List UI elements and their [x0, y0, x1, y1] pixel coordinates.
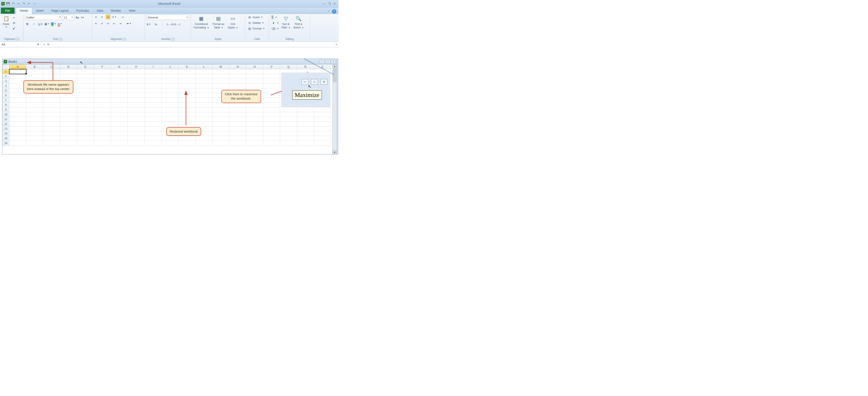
column-header[interactable]: B — [26, 64, 43, 69]
decrease-decimal-icon[interactable]: .00→.0 — [175, 22, 179, 27]
cell[interactable] — [26, 74, 43, 79]
cell[interactable] — [195, 103, 212, 108]
cell[interactable] — [9, 93, 26, 98]
cell[interactable] — [60, 131, 77, 136]
scroll-thumb[interactable] — [333, 69, 336, 82]
cell[interactable] — [94, 112, 111, 117]
cell[interactable] — [26, 141, 43, 146]
cell[interactable] — [246, 79, 263, 84]
cell[interactable] — [43, 141, 60, 146]
cell[interactable] — [111, 112, 128, 117]
cell[interactable] — [26, 136, 43, 141]
cell[interactable] — [263, 84, 280, 88]
cell[interactable] — [60, 112, 77, 117]
cell[interactable] — [229, 136, 246, 141]
sort-filter-button[interactable]: ▽ Sort & Filter ▼ — [281, 15, 291, 30]
cell[interactable] — [179, 79, 195, 84]
fill-color-icon[interactable]: 🪣▼ — [51, 22, 56, 26]
fill-button[interactable]: ⬇▼ — [271, 21, 279, 25]
cell[interactable] — [43, 74, 60, 79]
cell[interactable] — [145, 126, 162, 131]
cell[interactable] — [179, 74, 195, 79]
cell[interactable] — [212, 79, 229, 84]
conditional-formatting-button[interactable]: ▦ Conditional Formatting ▼ — [193, 15, 210, 30]
cell[interactable] — [229, 74, 246, 79]
cell[interactable] — [145, 103, 162, 108]
cell[interactable] — [60, 108, 77, 112]
cell[interactable] — [263, 74, 280, 79]
cell[interactable] — [9, 136, 26, 141]
column-header[interactable]: F — [94, 64, 111, 69]
cell[interactable] — [212, 74, 229, 79]
cell[interactable] — [77, 126, 94, 131]
cell[interactable] — [297, 112, 314, 117]
cell[interactable] — [280, 108, 297, 112]
column-header[interactable]: O — [246, 64, 263, 69]
cell[interactable] — [195, 74, 212, 79]
cell[interactable] — [145, 69, 162, 74]
row-header[interactable]: 9 — [2, 108, 9, 112]
cell[interactable] — [229, 79, 246, 84]
cell[interactable] — [77, 117, 94, 122]
cell[interactable] — [229, 112, 246, 117]
cell[interactable] — [60, 93, 77, 98]
cell[interactable] — [145, 117, 162, 122]
cell[interactable] — [162, 141, 179, 146]
help-icon[interactable]: ? — [332, 9, 336, 14]
comma-format-icon[interactable]: , — [161, 22, 165, 27]
cell[interactable] — [195, 84, 212, 88]
cell[interactable] — [77, 88, 94, 93]
cell[interactable] — [94, 122, 111, 126]
decrease-indent-icon[interactable]: ⇤ — [112, 21, 116, 26]
cell[interactable] — [229, 126, 246, 131]
format-cells-button[interactable]: ▥Format▼ — [247, 26, 265, 31]
cell[interactable] — [280, 131, 297, 136]
cell[interactable] — [111, 74, 128, 79]
cell[interactable] — [195, 69, 212, 74]
cell[interactable] — [229, 108, 246, 112]
cell[interactable] — [212, 126, 229, 131]
cell[interactable] — [26, 69, 43, 74]
clear-button[interactable]: ⌫▼ — [271, 26, 279, 31]
cell[interactable] — [9, 117, 26, 122]
minimize-ribbon-icon[interactable]: ⌃ — [327, 9, 331, 13]
cell[interactable] — [128, 117, 145, 122]
cell[interactable] — [26, 122, 43, 126]
cell[interactable] — [9, 126, 26, 131]
tab-view[interactable]: View — [125, 8, 139, 14]
name-box[interactable]: A1 ▼ — [0, 42, 41, 47]
cell[interactable] — [111, 126, 128, 131]
clipboard-launcher-icon[interactable]: ↘ — [17, 38, 19, 40]
cell[interactable] — [229, 103, 246, 108]
cell[interactable] — [314, 131, 331, 136]
cell[interactable] — [9, 112, 26, 117]
cell[interactable] — [229, 131, 246, 136]
cell[interactable] — [280, 136, 297, 141]
cell[interactable] — [263, 88, 280, 93]
merge-center-icon[interactable]: ⬌▼ — [127, 21, 131, 26]
cell[interactable] — [280, 126, 297, 131]
format-painter-icon[interactable]: 🖌 — [12, 26, 16, 30]
cell[interactable] — [246, 131, 263, 136]
cell[interactable] — [314, 122, 331, 126]
cell[interactable] — [94, 108, 111, 112]
cell[interactable] — [111, 131, 128, 136]
cell[interactable] — [43, 108, 60, 112]
cell[interactable] — [229, 69, 246, 74]
cell[interactable] — [280, 122, 297, 126]
restore-icon[interactable]: ❐ — [327, 2, 332, 5]
column-header[interactable]: G — [111, 64, 128, 69]
cell[interactable] — [145, 74, 162, 79]
cell[interactable] — [43, 117, 60, 122]
cell[interactable] — [77, 74, 94, 79]
cell[interactable] — [111, 69, 128, 74]
cell[interactable] — [94, 93, 111, 98]
font-color-icon[interactable]: A▼ — [58, 22, 62, 26]
column-header[interactable]: C — [43, 64, 60, 69]
cell[interactable] — [195, 88, 212, 93]
workbook-close-icon[interactable]: ✕ — [331, 60, 336, 63]
cell[interactable] — [77, 103, 94, 108]
row-header[interactable]: 4 — [2, 84, 9, 88]
undo-dropdown-icon[interactable]: ▼ — [17, 2, 21, 6]
cell[interactable] — [297, 141, 314, 146]
